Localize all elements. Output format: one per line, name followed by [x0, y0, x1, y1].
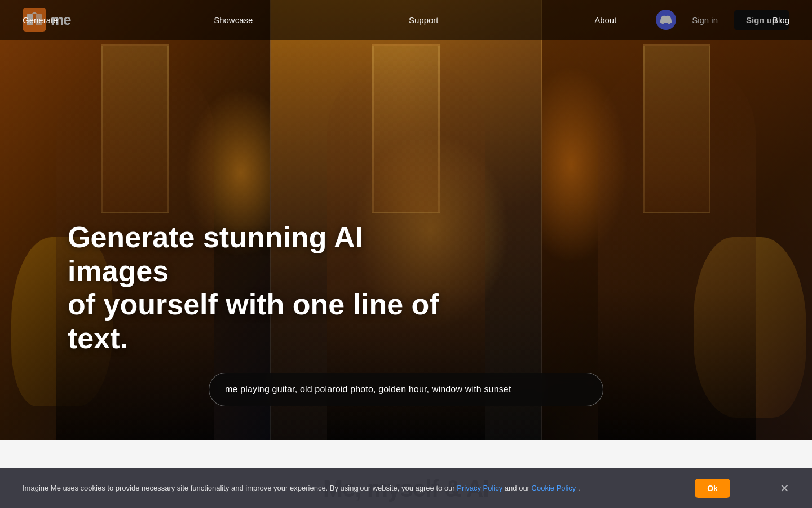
nav-showcase[interactable]: Showcase: [214, 15, 253, 25]
hero-title-line1: Generate stunning AI images: [68, 221, 363, 287]
cookie-close-button[interactable]: ✕: [780, 483, 789, 494]
hero-content: Generate stunning AI images of yourself …: [68, 221, 462, 356]
hero-section: Generate stunning AI images of yourself …: [0, 0, 812, 440]
cookie-text-between: and our: [505, 484, 532, 492]
cookie-text-after: .: [578, 484, 580, 492]
navbar: me Generate Showcase Support About Blog …: [0, 0, 812, 40]
nav-links: Generate Showcase Support About Blog: [0, 0, 812, 40]
nav-blog[interactable]: Blog: [773, 15, 789, 25]
cookie-policy-link[interactable]: Cookie Policy: [532, 484, 576, 492]
prompt-input[interactable]: [209, 373, 603, 406]
hero-title-line2: of yourself with one line of text.: [68, 288, 439, 354]
cookie-text-before: Imagine Me uses cookies to provide neces…: [23, 484, 457, 492]
cookie-text: Imagine Me uses cookies to provide neces…: [23, 483, 643, 494]
cookie-ok-button[interactable]: Ok: [695, 479, 730, 498]
hero-title: Generate stunning AI images of yourself …: [68, 221, 462, 356]
cookie-privacy-link[interactable]: Privacy Policy: [457, 484, 502, 492]
nav-generate[interactable]: Generate: [23, 15, 58, 25]
nav-support[interactable]: Support: [409, 15, 439, 25]
prompt-bar: [209, 373, 603, 406]
nav-about[interactable]: About: [594, 15, 616, 25]
cookie-banner: Imagine Me uses cookies to provide neces…: [0, 468, 812, 508]
